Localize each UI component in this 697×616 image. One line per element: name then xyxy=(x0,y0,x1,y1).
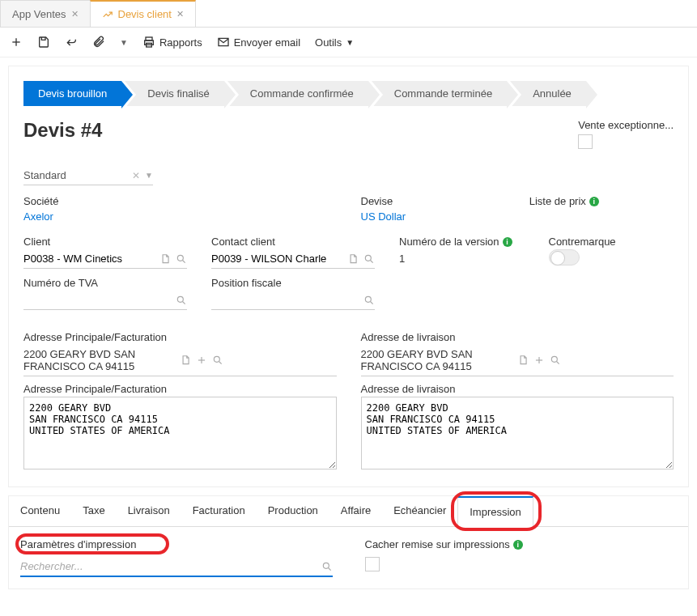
svg-point-7 xyxy=(215,356,220,362)
svg-point-6 xyxy=(365,296,371,302)
client-input[interactable] xyxy=(23,249,187,269)
search-field[interactable] xyxy=(20,560,321,572)
tab-livraison[interactable]: Livraison xyxy=(117,496,181,526)
main-addr-label: Adresse Principale/Facturation xyxy=(23,331,337,343)
send-email-button[interactable]: Envoyer email xyxy=(217,36,300,49)
status-confirmed[interactable]: Commande confirmée xyxy=(227,81,368,106)
tab-app-ventes[interactable]: App Ventes ✕ xyxy=(0,0,91,27)
detail-tabs: Contenu Taxe Livraison Facturation Produ… xyxy=(9,496,688,527)
vat-field[interactable] xyxy=(23,294,176,306)
vat-input[interactable] xyxy=(23,291,187,310)
page-title: Devis #4 xyxy=(23,119,153,142)
dropdown-label: Outils xyxy=(315,36,342,49)
contact-input[interactable] xyxy=(211,249,375,269)
tab-label: App Ventes xyxy=(12,8,66,20)
status-bar: Devis brouillon Devis finalisé Commande … xyxy=(23,81,674,106)
exceptional-sale-label: Vente exceptionne... xyxy=(578,119,674,131)
svg-point-3 xyxy=(177,255,183,261)
save-button[interactable] xyxy=(37,36,50,49)
info-icon[interactable]: i xyxy=(503,237,512,247)
main-addr-lookup[interactable]: 2200 GEARY BVD SAN FRANCISCO CA 94115 xyxy=(23,345,337,376)
search-icon[interactable] xyxy=(212,355,223,366)
search-icon[interactable] xyxy=(176,253,187,265)
status-draft[interactable]: Devis brouillon xyxy=(23,81,121,106)
tab-contenu[interactable]: Contenu xyxy=(9,496,71,526)
hide-discount-checkbox[interactable] xyxy=(365,557,380,571)
template-select[interactable]: Standard ✕ ▼ xyxy=(23,166,153,185)
svg-point-9 xyxy=(323,563,329,568)
status-completed[interactable]: Commande terminée xyxy=(372,81,507,106)
tab-impression[interactable]: Impression xyxy=(457,496,533,527)
main-form: Devis brouillon Devis finalisé Commande … xyxy=(8,66,689,487)
reports-button[interactable]: Rapports xyxy=(142,36,202,49)
main-addr-textarea[interactable] xyxy=(23,397,337,469)
contact-label: Contact client xyxy=(211,236,375,248)
svg-point-4 xyxy=(365,255,371,261)
delivery-addr-lookup[interactable]: 2200 GEARY BVD SAN FRANCISCO CA 94115 xyxy=(361,345,674,376)
delivery-addr-label: Adresse de livraison xyxy=(361,331,674,343)
search-icon[interactable] xyxy=(176,295,187,306)
document-icon[interactable] xyxy=(517,355,529,366)
tools-dropdown[interactable]: Outils ▼ xyxy=(315,36,354,49)
company-label: Société xyxy=(23,195,168,207)
fiscal-input[interactable] xyxy=(211,291,375,310)
contact-field[interactable] xyxy=(211,253,347,265)
search-icon[interactable] xyxy=(550,355,561,366)
print-params-label: Paramètres d'impression xyxy=(20,538,333,550)
chart-line-icon xyxy=(102,9,113,20)
close-icon[interactable]: ✕ xyxy=(71,9,79,19)
info-icon[interactable]: i xyxy=(513,540,523,550)
select-value: Standard xyxy=(23,169,66,181)
vat-label: Numéro de TVA xyxy=(23,277,187,289)
print-params-search[interactable] xyxy=(20,557,333,577)
tab-affaire[interactable]: Affaire xyxy=(329,496,382,526)
delivery-addr-textarea[interactable] xyxy=(361,397,674,469)
contremarque-label: Contremarque xyxy=(549,236,674,248)
pricelist-label: Liste de prixi xyxy=(529,195,674,207)
tab-facturation[interactable]: Facturation xyxy=(181,496,257,526)
detail-tabs-card: Contenu Taxe Livraison Facturation Produ… xyxy=(8,495,689,589)
print-icon xyxy=(142,36,155,49)
fiscal-field[interactable] xyxy=(211,294,363,306)
document-icon[interactable] xyxy=(159,253,171,265)
caret-down-icon[interactable]: ▼ xyxy=(145,171,153,180)
tab-label: Devis client xyxy=(118,8,172,20)
document-icon[interactable] xyxy=(180,355,191,366)
currency-value[interactable]: US Dollar xyxy=(361,209,505,224)
exceptional-sale-checkbox[interactable] xyxy=(578,134,593,149)
back-button[interactable] xyxy=(65,36,78,49)
svg-point-5 xyxy=(177,296,183,302)
add-button[interactable] xyxy=(10,36,23,49)
tab-echeancier[interactable]: Echéancier xyxy=(382,496,457,526)
svg-point-8 xyxy=(551,356,557,362)
status-finalized[interactable]: Devis finalisé xyxy=(125,81,224,106)
search-icon[interactable] xyxy=(363,295,375,306)
currency-label: Devise xyxy=(361,195,505,207)
hide-discount-label: Cacher remise sur impressions i xyxy=(365,538,678,550)
clear-icon[interactable]: ✕ xyxy=(132,170,140,181)
search-icon[interactable] xyxy=(363,253,375,265)
attachment-button[interactable] xyxy=(92,36,105,49)
fiscal-label: Position fiscale xyxy=(211,277,375,289)
contremarque-toggle[interactable] xyxy=(549,249,580,266)
info-icon[interactable]: i xyxy=(589,197,599,206)
caret-down-icon[interactable]: ▼ xyxy=(120,38,128,47)
main-addr-label2: Adresse Principale/Facturation xyxy=(23,383,337,395)
status-cancelled[interactable]: Annulée xyxy=(510,81,586,106)
client-field[interactable] xyxy=(23,253,159,265)
tab-devis-client[interactable]: Devis client ✕ xyxy=(90,0,196,27)
tab-taxe[interactable]: Taxe xyxy=(71,496,116,526)
plus-icon[interactable] xyxy=(533,355,545,366)
delivery-addr-label2: Adresse de livraison xyxy=(361,383,674,395)
toolbar: ▼ Rapports Envoyer email Outils ▼ xyxy=(0,28,697,57)
main-addr-line: 2200 GEARY BVD SAN FRANCISCO CA 94115 xyxy=(23,348,180,372)
close-icon[interactable]: ✕ xyxy=(176,9,184,19)
client-label: Client xyxy=(23,236,187,248)
plus-icon[interactable] xyxy=(196,355,207,366)
button-label: Rapports xyxy=(159,36,202,49)
tab-production[interactable]: Production xyxy=(257,496,329,526)
view-tabs: App Ventes ✕ Devis client ✕ xyxy=(0,0,697,28)
company-value[interactable]: Axelor xyxy=(23,209,168,224)
document-icon[interactable] xyxy=(347,253,359,265)
search-icon[interactable] xyxy=(321,561,333,572)
